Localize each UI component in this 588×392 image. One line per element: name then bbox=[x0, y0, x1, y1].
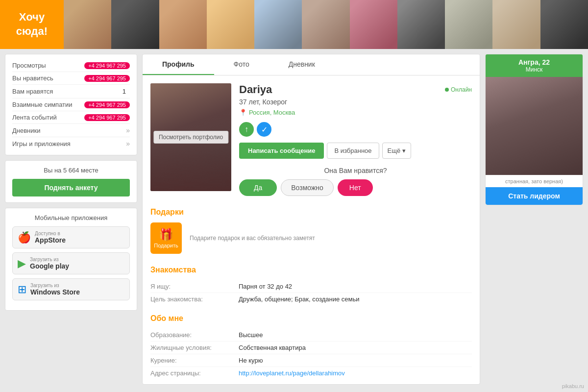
stat-views-value: +4 294 967 295 bbox=[84, 62, 130, 69]
stat-diaries-arrow: » bbox=[126, 126, 130, 134]
gift-icon: 🎁 bbox=[159, 228, 173, 242]
profile-tabs: Профиль Фото Дневник bbox=[143, 54, 480, 75]
stat-mutual-value: +4 294 967 295 bbox=[84, 101, 130, 108]
top-avatar[interactable] bbox=[111, 0, 159, 49]
like-question: Она Вам нравится? bbox=[239, 167, 472, 174]
stat-likes-label: Вы нравитесь bbox=[12, 74, 53, 82]
goal-label: Цель знакомства: bbox=[150, 295, 239, 303]
top-avatar[interactable] bbox=[540, 0, 588, 49]
stat-feed: Лента событий +4 294 967 295 bbox=[12, 111, 130, 124]
smoking-value: Не курю bbox=[239, 357, 263, 364]
url-label: Адрес страницы: bbox=[150, 369, 239, 377]
about-row-education: Образование: Высшее bbox=[150, 329, 472, 342]
promo-card: Ангра, 22 Минск странная, зато верная) С… bbox=[485, 54, 583, 205]
dating-table: Я ищу: Парня от 32 до 42 Цель знакомства… bbox=[150, 280, 472, 305]
stat-mutual-label: Взаимные симпатии bbox=[12, 101, 73, 108]
promo-photo[interactable] bbox=[486, 77, 583, 175]
profile-name-row: Dariya Онлайн bbox=[239, 83, 472, 96]
gifts-section: Подарки 🎁 Подарить Подарите подарок и ва… bbox=[143, 208, 480, 262]
about-row-url: Адрес страницы: http://loveplanet.ru/pag… bbox=[150, 367, 472, 379]
stat-views-label: Просмотры bbox=[12, 62, 46, 69]
like-no-button[interactable]: Нет bbox=[338, 179, 373, 196]
dating-row-goal: Цель знакомства: Дружба, общение; Брак, … bbox=[150, 293, 472, 305]
verify-button[interactable]: ✓ bbox=[257, 122, 271, 137]
stat-liked-label: Вам нравятся bbox=[12, 88, 53, 95]
tab-photo[interactable]: Фото bbox=[214, 54, 269, 75]
windows-icon: ⊞ bbox=[18, 283, 26, 296]
about-table: Образование: Высшее Жилищные условия: Со… bbox=[150, 329, 472, 379]
write-message-button[interactable]: Написать сообщение bbox=[239, 143, 324, 159]
apps-box: Мобильные приложения 🍎 Доступно в AppSto… bbox=[5, 208, 137, 311]
become-leader-button[interactable]: Стать лидером bbox=[486, 187, 583, 205]
top-avatar[interactable] bbox=[302, 0, 349, 49]
tab-profile[interactable]: Профиль bbox=[143, 54, 214, 75]
main-container: Просмотры +4 294 967 295 Вы нравитесь +4… bbox=[0, 49, 588, 390]
about-row-smoking: Курение: Не курю bbox=[150, 354, 472, 367]
appstore-name: AppStore bbox=[35, 236, 66, 244]
windowsstore-name: Windows Store bbox=[30, 288, 80, 296]
top-avatar[interactable] bbox=[350, 0, 397, 49]
education-value: Высшее bbox=[239, 331, 263, 339]
online-dot bbox=[445, 88, 449, 92]
stat-likes: Вы нравитесь +4 294 967 295 bbox=[12, 72, 130, 85]
profile-location-link[interactable]: Россия, Москва bbox=[249, 109, 295, 116]
like-maybe-button[interactable]: Возможно bbox=[281, 179, 334, 196]
googleplay-name: Google play bbox=[30, 262, 69, 270]
stat-games[interactable]: Игры и приложения » bbox=[12, 137, 130, 150]
housing-value: Собственная квартира bbox=[239, 344, 306, 351]
stat-likes-value: +4 294 967 295 bbox=[84, 75, 130, 82]
profile-location: 📍 Россия, Москва bbox=[239, 109, 472, 116]
dating-section: Знакомства Я ищу: Парня от 32 до 42 Цель… bbox=[143, 266, 480, 310]
tab-diary[interactable]: Дневник bbox=[269, 54, 335, 75]
appstore-button[interactable]: 🍎 Доступно в AppStore bbox=[12, 226, 130, 248]
googleplay-sub: Загрузить из bbox=[30, 257, 69, 262]
top-avatar[interactable] bbox=[159, 0, 207, 49]
stat-diaries-label: Дневники bbox=[12, 127, 41, 134]
raise-profile-button[interactable]: Поднять анкету bbox=[12, 179, 130, 196]
action-buttons: Написать сообщение В избранное Ещё ▾ bbox=[239, 143, 472, 159]
like-buttons: Да Возможно Нет bbox=[239, 179, 472, 196]
profile-name: Dariya bbox=[239, 83, 272, 96]
profile-photo-column: Посмотреть портфолио bbox=[150, 83, 231, 196]
stat-liked-value: 1 bbox=[119, 87, 130, 96]
dating-title: Знакомства bbox=[150, 266, 472, 274]
like-up-button[interactable]: ↑ bbox=[239, 122, 254, 137]
rank-text: Вы на 5 664 месте bbox=[12, 167, 130, 174]
stat-liked: Вам нравятся 1 bbox=[12, 85, 130, 98]
top-avatar[interactable] bbox=[492, 0, 540, 49]
stat-diaries[interactable]: Дневники » bbox=[12, 124, 130, 137]
online-badge: Онлайн bbox=[445, 86, 472, 93]
stat-games-arrow: » bbox=[126, 140, 130, 147]
windowsstore-button[interactable]: ⊞ Загрузить из Windows Store bbox=[12, 278, 130, 300]
want-here-button[interactable]: Хочу сюда! bbox=[0, 0, 64, 49]
more-actions-button[interactable]: Ещё ▾ bbox=[382, 143, 411, 159]
apple-icon: 🍎 bbox=[18, 231, 31, 244]
stat-mutual: Взаимные симпатии +4 294 967 295 bbox=[12, 98, 130, 111]
like-yes-button[interactable]: Да bbox=[239, 179, 277, 196]
googleplay-icon: ▶ bbox=[18, 257, 26, 270]
left-sidebar: Просмотры +4 294 967 295 Вы нравитесь +4… bbox=[5, 54, 137, 385]
top-avatar[interactable] bbox=[254, 0, 302, 49]
promo-city: Минск bbox=[490, 66, 579, 73]
gift-button[interactable]: 🎁 Подарить bbox=[150, 222, 182, 254]
top-avatar-strip bbox=[64, 0, 588, 49]
appstore-sub: Доступно в bbox=[35, 231, 66, 236]
view-portfolio-button[interactable]: Посмотреть портфолио bbox=[153, 131, 228, 144]
top-avatar[interactable] bbox=[445, 0, 492, 49]
about-section: Обо мне Образование: Высшее Жилищные усл… bbox=[143, 314, 480, 384]
top-avatar[interactable] bbox=[397, 0, 445, 49]
about-row-housing: Жилищные условия: Собственная квартира bbox=[150, 342, 472, 354]
promo-header: Ангра, 22 Минск bbox=[486, 54, 583, 77]
promo-caption: странная, зато верная) bbox=[486, 175, 583, 187]
add-favorite-button[interactable]: В избранное bbox=[327, 143, 379, 159]
seeking-label: Я ищу: bbox=[150, 283, 239, 290]
googleplay-button[interactable]: ▶ Загрузить из Google play bbox=[12, 252, 130, 274]
top-avatar[interactable] bbox=[207, 0, 254, 49]
profile-photo-wrap: Посмотреть портфолио bbox=[150, 83, 231, 191]
stat-views: Просмотры +4 294 967 295 bbox=[12, 59, 130, 72]
stats-box: Просмотры +4 294 967 295 Вы нравитесь +4… bbox=[5, 54, 137, 155]
profile-url-link[interactable]: http://loveplanet.ru/page/dellarahimov bbox=[239, 369, 345, 377]
stat-games-label: Игры и приложения bbox=[12, 140, 71, 147]
top-avatar[interactable] bbox=[64, 0, 111, 49]
gift-btn-label: Подарить bbox=[154, 243, 178, 248]
